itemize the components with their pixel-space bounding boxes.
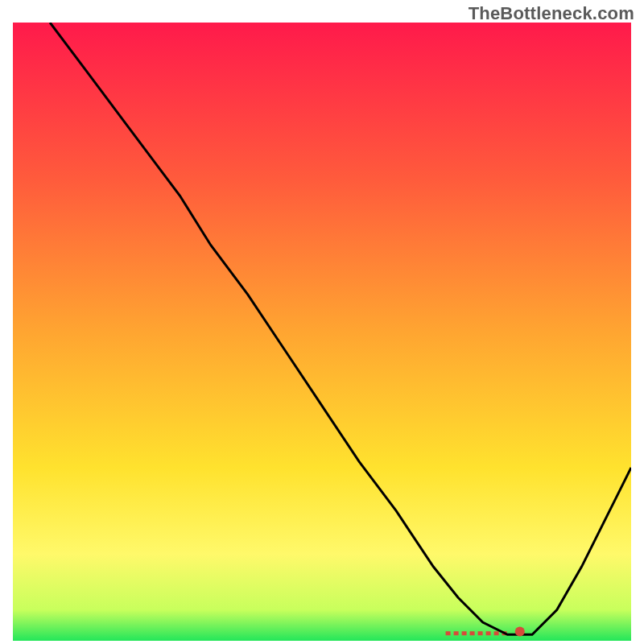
chart-svg <box>13 23 631 641</box>
gradient-background <box>13 23 631 641</box>
plot-area <box>13 23 631 641</box>
watermark-text: TheBottleneck.com <box>469 3 634 24</box>
chart-stage: TheBottleneck.com <box>0 0 644 644</box>
optimal-point-marker <box>515 626 525 636</box>
